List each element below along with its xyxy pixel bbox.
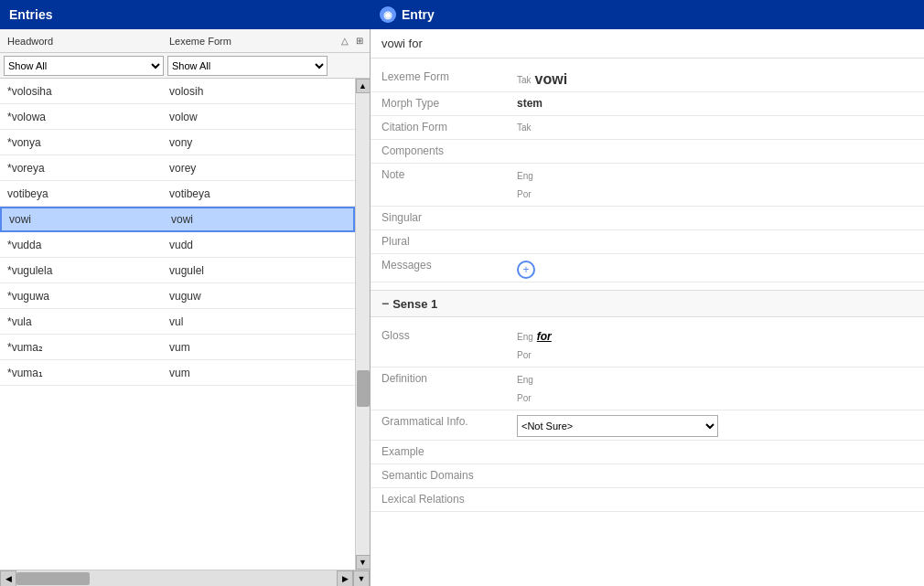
lexeme-cell: vudd <box>169 239 355 251</box>
lexeme-form-value: Tak vowi <box>517 69 924 89</box>
list-item[interactable]: *vuma₂ vum <box>0 335 355 360</box>
messages-label: Messages <box>371 257 517 272</box>
lexeme-cell: vum <box>169 341 355 354</box>
field-morph-type: Morph Type stem <box>371 92 924 116</box>
headword-cell: vowi <box>2 213 171 226</box>
gloss-eng-text: for <box>537 330 552 343</box>
grammatical-info-select[interactable]: <Not Sure> <box>517 415 718 437</box>
entry-title: vowi for <box>371 29 924 59</box>
field-semantic-domains: Semantic Domains <box>371 464 924 488</box>
lexeme-form-label: Lexeme Form <box>371 69 517 83</box>
semantic-domains-label: Semantic Domains <box>371 467 517 482</box>
list-item[interactable]: *vuma₁ vum <box>0 360 355 386</box>
lexeme-cell: vorey <box>169 162 355 175</box>
scroll-up-button[interactable]: ▲ <box>356 79 371 93</box>
example-value <box>517 443 924 445</box>
lexeme-form-text: vowi <box>535 71 568 88</box>
morph-type-label: Morph Type <box>371 95 517 110</box>
note-por-tag: Por <box>517 189 532 199</box>
definition-value: Eng Por <box>517 370 924 407</box>
headword-cell: *vugulela <box>0 264 169 277</box>
column-headers: Headword Lexeme Form △ ⊞ <box>0 29 370 53</box>
scroll-right-button[interactable]: ▶ <box>337 570 353 587</box>
lexeme-cell: volosih <box>169 85 355 98</box>
entries-panel-header: Entries <box>0 0 371 29</box>
plural-label: Plural <box>371 233 517 248</box>
headword-cell: *voreya <box>0 162 169 175</box>
list-item[interactable]: *vudda vudd <box>0 232 355 258</box>
list-item[interactable]: *vula vul <box>0 309 355 335</box>
list-item-selected[interactable]: vowi vowi <box>0 207 355 232</box>
entry-panel: vowi for Lexeme Form Tak vowi Morp <box>371 29 924 586</box>
sense-title: Sense 1 <box>392 297 437 311</box>
headword-column-label: Headword <box>0 36 169 47</box>
lexeme-cell: vony <box>169 136 355 149</box>
list-item[interactable]: *volosiha volosih <box>0 79 355 104</box>
headword-cell: *vonya <box>0 136 169 149</box>
headword-filter-select[interactable]: Show All <box>4 56 164 76</box>
list-item[interactable]: votibeya votibeya <box>0 181 355 207</box>
messages-value: + <box>517 257 924 279</box>
field-components: Components <box>371 140 924 164</box>
note-label: Note <box>371 166 517 181</box>
scroll-down-corner[interactable]: ▼ <box>353 570 370 587</box>
horizontal-scroll-thumb <box>16 572 90 585</box>
note-value: Eng Por <box>517 166 924 203</box>
lexeme-column-label: Lexeme Form <box>169 36 338 47</box>
scroll-left-button[interactable]: ◀ <box>0 570 16 587</box>
headword-cell: *vudda <box>0 239 169 251</box>
field-singular: Singular <box>371 207 924 230</box>
gloss-label: Gloss <box>371 327 517 342</box>
lexeme-filter-select[interactable]: Show All <box>167 56 328 76</box>
entry-title-text: vowi for <box>381 37 423 50</box>
morph-type-value: stem <box>517 95 924 110</box>
scroll-down-button[interactable]: ▼ <box>356 555 371 570</box>
definition-por-line: Por <box>517 389 924 407</box>
app-container: Entries ◉ Entry Headword Lexeme Form △ ⊞… <box>0 0 924 586</box>
main-content: Headword Lexeme Form △ ⊞ Show All Show A… <box>0 29 924 586</box>
field-lexical-relations: Lexical Relations <box>371 488 924 512</box>
lexeme-cell: vowi <box>171 213 353 226</box>
list-item[interactable]: *volowa volow <box>0 104 355 130</box>
messages-icon[interactable]: + <box>517 261 535 279</box>
citation-form-value: Tak <box>517 119 924 133</box>
entries-bottom-bar: ◀ ▶ ▼ <box>0 570 370 586</box>
headword-cell: *vula <box>0 315 169 328</box>
list-item[interactable]: *vonya vony <box>0 130 355 155</box>
entries-list: *volosiha volosih *volowa volow *vonya v… <box>0 79 355 570</box>
note-eng-line: Eng <box>517 166 924 185</box>
note-eng-tag: Eng <box>517 171 533 181</box>
field-grammatical-info: Grammatical Info. <Not Sure> <box>371 410 924 441</box>
horizontal-scroll-track[interactable] <box>16 570 337 586</box>
list-item[interactable]: *voreya vorey <box>0 155 355 181</box>
lexeme-form-line: Tak vowi <box>517 70 924 89</box>
list-item[interactable]: *vuguwa vuguw <box>0 283 355 309</box>
lexeme-cell: vugulel <box>169 264 355 277</box>
field-plural: Plural <box>371 230 924 254</box>
grid-icon[interactable]: ⊞ <box>353 35 366 48</box>
lexical-relations-label: Lexical Relations <box>371 491 517 506</box>
scroll-track[interactable] <box>356 93 371 555</box>
citation-form-label: Citation Form <box>371 119 517 133</box>
definition-eng-tag: Eng <box>517 375 533 385</box>
field-definition: Definition Eng Por <box>371 368 924 410</box>
list-item[interactable]: *vugulela vugulel <box>0 258 355 283</box>
vertical-scrollbar: ▲ ▼ <box>355 79 370 570</box>
headword-cell: *vuma₁ <box>0 367 169 379</box>
gloss-value: Eng for Por <box>517 327 924 364</box>
sense-fields: Gloss Eng for Por Definition <box>371 317 924 519</box>
lexeme-lang-tag: Tak <box>517 75 532 85</box>
entries-panel: Headword Lexeme Form △ ⊞ Show All Show A… <box>0 29 371 586</box>
filter-row: Show All Show All <box>0 53 370 79</box>
lexical-relations-value <box>517 491 924 493</box>
sort-icon[interactable]: △ <box>338 35 351 48</box>
sense-collapse-icon[interactable]: − <box>381 296 389 311</box>
plural-value <box>517 233 924 235</box>
headword-cell: *vuguwa <box>0 290 169 303</box>
entry-header-title: Entry <box>402 7 435 22</box>
field-lexeme-form: Lexeme Form Tak vowi <box>371 66 924 92</box>
headword-cell: *volowa <box>0 111 169 123</box>
singular-value <box>517 209 924 211</box>
headword-cell: *vuma₂ <box>0 341 169 354</box>
gloss-por-line: Por <box>517 346 924 364</box>
